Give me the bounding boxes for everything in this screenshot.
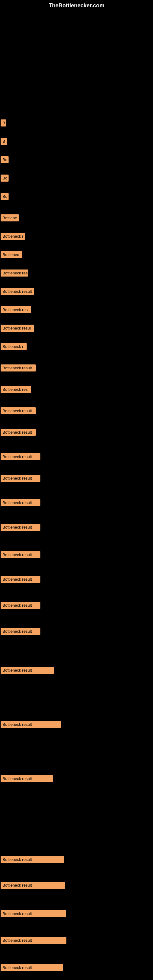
bottleneck-result-item: Bottleneck result xyxy=(1,721,61,728)
bottleneck-result-item: B xyxy=(1,119,6,126)
bottleneck-result-item: Bottleneck result xyxy=(1,551,40,558)
bottleneck-result-item: Bottleneck result xyxy=(1,667,54,674)
bottleneck-result-item: Bottleneck result xyxy=(1,856,64,863)
bottleneck-result-item: Bottleneck result xyxy=(1,453,40,460)
bottleneck-result-item: Bottleneck r xyxy=(1,233,25,240)
bottleneck-result-item: Bottleneck result xyxy=(1,288,34,295)
bottleneck-result-item: Bottleneck result xyxy=(1,576,40,583)
bottleneck-result-item: Bottlenec xyxy=(1,251,22,258)
bottleneck-result-item: Bottleneck result xyxy=(1,364,36,371)
bottleneck-result-item: B xyxy=(1,138,7,145)
bottleneck-result-item: Bottleneck result xyxy=(1,475,40,482)
bottleneck-result-item: Bottleneck result xyxy=(1,602,40,609)
bottleneck-result-item: Bottleneck res xyxy=(1,269,28,277)
bottleneck-result-item: Bottleneck result xyxy=(1,910,66,917)
bottleneck-result-item: Bo xyxy=(1,193,9,200)
bottleneck-result-item: Bottleneck res xyxy=(1,386,31,393)
bottleneck-result-item: Bottleneck result xyxy=(1,499,40,506)
bottleneck-result-item: Bo xyxy=(1,156,9,163)
bottleneck-result-item: Bottleneck resul xyxy=(1,325,34,332)
bottleneck-result-item: Bottleneck result xyxy=(1,964,63,971)
bottleneck-result-item: Bottleneck result xyxy=(1,775,53,782)
bottleneck-result-item: Bottleneck res xyxy=(1,306,31,313)
bottleneck-result-item: Bottleneck r xyxy=(1,343,27,350)
site-title: TheBottlenecker.com xyxy=(49,2,104,9)
bottleneck-result-item: Bottleneck result xyxy=(1,937,66,944)
bottleneck-result-item: Bottleneck result xyxy=(1,628,40,635)
bottleneck-result-item: Bottleneck result xyxy=(1,524,40,531)
bottleneck-result-item: Bottlene xyxy=(1,215,19,221)
bottleneck-result-item: Bottleneck result xyxy=(1,429,36,436)
bottleneck-result-item: Bottleneck result xyxy=(1,882,65,889)
bottleneck-result-item: Bo xyxy=(1,175,9,181)
bottleneck-result-item: Bottleneck result xyxy=(1,407,36,414)
